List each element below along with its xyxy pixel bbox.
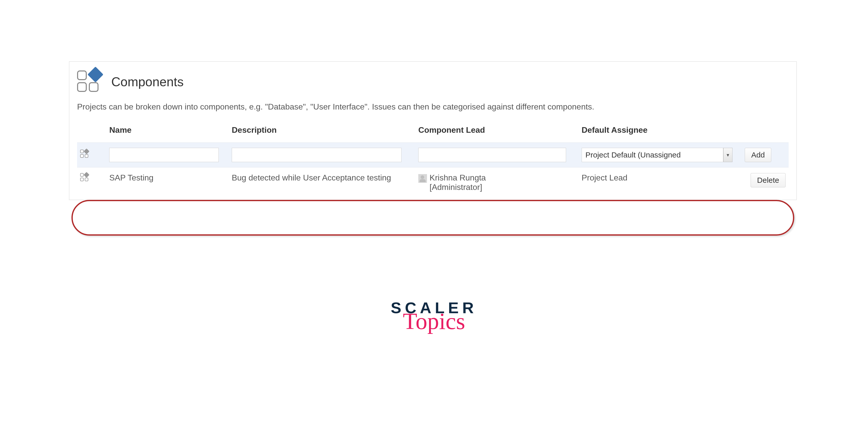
panel-header: Components: [77, 69, 788, 99]
description-input[interactable]: [232, 148, 401, 162]
col-header-lead: Component Lead: [415, 122, 579, 143]
row-assignee: Project Lead: [579, 168, 742, 200]
highlight-annotation: [71, 200, 794, 236]
components-panel: Components Projects can be broken down i…: [69, 61, 797, 200]
name-input[interactable]: [109, 148, 218, 162]
row-name: SAP Testing: [106, 168, 229, 200]
row-lead: Krishna Rungta [Administrator]: [430, 173, 486, 192]
col-header-name: Name: [106, 122, 229, 143]
component-lead-input[interactable]: [418, 148, 566, 162]
col-header-assignee: Default Assignee: [579, 122, 742, 143]
page-description: Projects can be broken down into compone…: [77, 99, 788, 122]
table-row: SAP Testing Bug detected while User Acce…: [77, 168, 788, 200]
chevron-down-icon[interactable]: ▾: [723, 148, 733, 162]
components-icon: [80, 173, 89, 182]
components-icon: [77, 70, 105, 93]
components-icon: [80, 150, 89, 158]
default-assignee-value: Project Default (Unassigned: [582, 148, 723, 162]
add-component-row: Project Default (Unassigned ▾ Add: [77, 143, 788, 168]
components-table: Name Description Component Lead Default …: [77, 122, 788, 200]
logo-line2: Topics: [391, 311, 477, 332]
col-header-description: Description: [229, 122, 415, 143]
add-button[interactable]: Add: [745, 148, 771, 162]
scaler-topics-logo: SCALER Topics: [391, 299, 477, 332]
table-header-row: Name Description Component Lead Default …: [77, 122, 788, 143]
default-assignee-select[interactable]: Project Default (Unassigned ▾: [582, 148, 733, 162]
page-title: Components: [111, 74, 184, 89]
row-description: Bug detected while User Acceptance testi…: [229, 168, 415, 200]
delete-button[interactable]: Delete: [751, 173, 785, 187]
avatar-icon: [418, 174, 427, 183]
